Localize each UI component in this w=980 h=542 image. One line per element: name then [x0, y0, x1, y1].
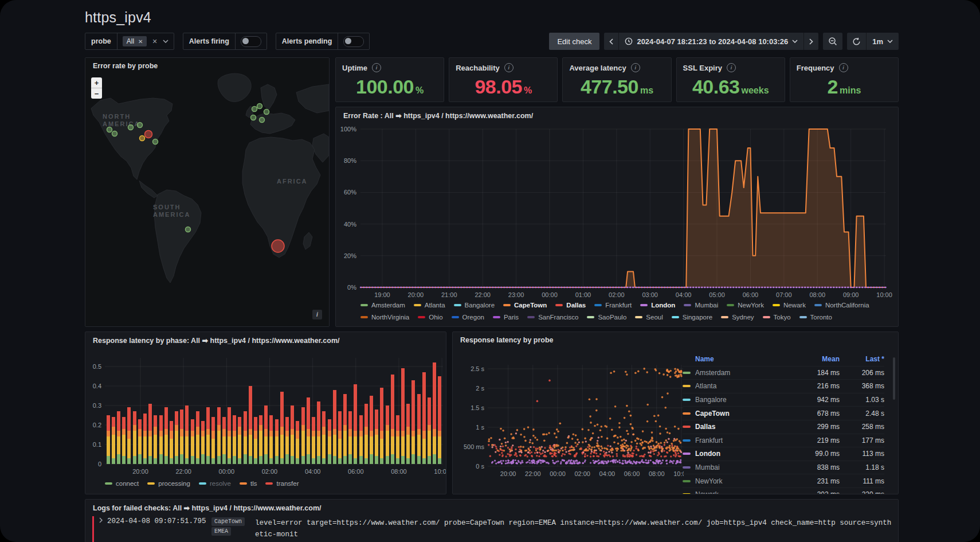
latency-by-probe-chart[interactable]: 0 s500 ms1 s1.5 s2 s2.5 s20:0022:0000:00…: [453, 332, 688, 494]
zoom-out-button[interactable]: [823, 33, 842, 50]
legend-swatch: [683, 385, 691, 387]
legend-item-transfer[interactable]: transfer: [265, 480, 299, 487]
legend-item-connect[interactable]: connect: [105, 480, 139, 487]
probe-marker[interactable]: [264, 110, 269, 115]
legend-item-tokyo[interactable]: Tokyo: [763, 314, 791, 321]
world-map[interactable]: NORTHAMERICASOUTHAMERICAAFRICA: [85, 58, 329, 326]
column-header-last[interactable]: Last *: [840, 355, 884, 363]
error-chart-legend-row-1: AmsterdamAtlantaBangaloreCapeTownDallasF…: [360, 302, 869, 309]
legend-item-capetown[interactable]: CapeTown: [503, 302, 547, 309]
probe-marker[interactable]: [260, 118, 265, 123]
probe-marker[interactable]: [251, 115, 256, 120]
alerts-pending-toggle[interactable]: [343, 36, 364, 47]
legend-item-oregon[interactable]: Oregon: [452, 314, 484, 321]
table-row-atlanta[interactable]: Atlanta216 ms368 ms: [683, 379, 884, 393]
probe-marker[interactable]: [140, 136, 145, 141]
table-scrollbar[interactable]: [893, 357, 895, 400]
log-expand-icon[interactable]: [99, 517, 103, 523]
table-row-newark[interactable]: Newark302 ms220 ms: [683, 488, 884, 494]
legend-item-paris[interactable]: Paris: [493, 314, 519, 321]
table-header: NameMeanLast *: [683, 353, 884, 366]
column-header-mean[interactable]: Mean: [797, 355, 840, 363]
probe-marker[interactable]: [112, 131, 117, 137]
refresh-interval-dropdown[interactable]: 1m: [867, 33, 899, 50]
info-icon[interactable]: i: [839, 63, 848, 72]
probe-marker[interactable]: [128, 125, 134, 130]
latency-by-phase-chart[interactable]: 00.10.20.30.40.520:0022:0000:0002:0004:0…: [85, 332, 446, 477]
svg-text:06:00: 06:00: [624, 470, 640, 477]
legend-item-northcalifornia[interactable]: NorthCalifornia: [814, 302, 869, 309]
legend-item-sydney[interactable]: Sydney: [721, 314, 754, 321]
probe-marker[interactable]: [153, 139, 158, 145]
stat-panel-frequency: Frequencyi2mins: [790, 57, 899, 102]
stat-title: Average latencyi: [569, 63, 640, 72]
legend-item-resolve[interactable]: resolve: [199, 480, 231, 487]
svg-text:22:00: 22:00: [475, 291, 491, 298]
alerts-firing-toggle[interactable]: [241, 36, 261, 47]
table-row-amsterdam[interactable]: Amsterdam184 ms206 ms: [683, 366, 884, 380]
svg-text:00:00: 00:00: [219, 468, 235, 475]
chip-remove-icon[interactable]: ✕: [138, 38, 143, 45]
legend-swatch: [454, 304, 461, 306]
probe-marker[interactable]: [272, 240, 284, 252]
probe-chip[interactable]: All✕: [123, 36, 147, 46]
legend-item-newark[interactable]: Newark: [773, 302, 806, 309]
legend-item-seoul[interactable]: Seoul: [635, 314, 663, 321]
table-row-london[interactable]: London99.0 ms113 ms: [683, 447, 884, 461]
legend-item-frankfurt[interactable]: Frankfurt: [594, 302, 632, 309]
legend-item-processing[interactable]: processing: [147, 480, 190, 487]
legend-item-tls[interactable]: tls: [240, 480, 257, 487]
log-row[interactable]: 2024-04-08 09:07:51.795 CapeTownEMEA lev…: [92, 516, 892, 542]
legend-swatch: [683, 493, 691, 494]
refresh-button[interactable]: [847, 33, 867, 50]
legend-swatch: [360, 316, 368, 318]
error-rate-chart[interactable]: 0%20%40%60%80%100%19:0020:0021:0022:0023…: [336, 107, 898, 302]
info-icon[interactable]: i: [372, 63, 381, 72]
probe-marker[interactable]: [145, 131, 152, 138]
time-range-picker[interactable]: 2024-04-07 18:21:23 to 2024-04-08 10:03:…: [619, 33, 804, 50]
svg-text:02:00: 02:00: [574, 470, 590, 477]
chevron-down-icon[interactable]: [163, 40, 168, 43]
time-shift-forward-button[interactable]: [804, 33, 818, 50]
legend-item-newyork[interactable]: NewYork: [727, 302, 764, 309]
edit-check-button[interactable]: Edit check: [549, 33, 599, 50]
legend-item-atlanta[interactable]: Atlanta: [414, 302, 445, 309]
svg-text:08:00: 08:00: [809, 291, 825, 298]
legend-swatch: [418, 316, 425, 318]
legend-item-toronto[interactable]: Toronto: [799, 314, 832, 321]
map-attribution-button[interactable]: i: [312, 310, 322, 319]
table-row-bangalore[interactable]: Bangalore942 ms1.03 s: [683, 393, 884, 407]
table-row-mumbai[interactable]: Mumbai838 ms1.18 s: [683, 461, 884, 474]
table-row-newyork[interactable]: NewYork231 ms111 ms: [683, 474, 884, 488]
legend-item-dallas[interactable]: Dallas: [555, 302, 586, 309]
table-row-dallas[interactable]: Dallas299 ms258 ms: [683, 420, 884, 434]
legend-item-bangalore[interactable]: Bangalore: [454, 302, 495, 309]
probe-marker[interactable]: [257, 104, 262, 109]
svg-text:06:00: 06:00: [348, 468, 364, 475]
log-badge-emea: EMEA: [211, 527, 231, 536]
clear-selection-icon[interactable]: ✕: [152, 38, 157, 45]
probe-filter-value[interactable]: All✕ ✕: [117, 33, 174, 49]
time-shift-back-button[interactable]: [604, 33, 619, 50]
legend-item-mumbai[interactable]: Mumbai: [684, 302, 718, 309]
legend-item-london[interactable]: London: [640, 302, 675, 309]
probe-marker[interactable]: [252, 107, 257, 112]
legend-item-sanfrancisco[interactable]: SanFrancisco: [527, 314, 578, 321]
table-row-capetown[interactable]: CapeTown678 ms2.48 s: [683, 406, 884, 420]
map-zoom-out-button[interactable]: −: [91, 88, 102, 99]
legend-item-ohio[interactable]: Ohio: [418, 314, 442, 321]
legend-item-northvirginia[interactable]: NorthVirginia: [360, 314, 409, 321]
column-header-name[interactable]: Name: [695, 355, 797, 363]
table-row-frankfurt[interactable]: Frankfurt219 ms177 ms: [683, 434, 884, 447]
probe-marker[interactable]: [138, 123, 143, 128]
info-icon[interactable]: i: [727, 63, 736, 72]
info-icon[interactable]: i: [504, 63, 513, 72]
map-zoom-in-button[interactable]: +: [91, 77, 102, 88]
legend-item-saopaulo[interactable]: SaoPaulo: [587, 314, 626, 321]
legend-item-singapore[interactable]: Singapore: [672, 314, 712, 321]
probe-marker[interactable]: [107, 127, 112, 132]
page-title: https_ipv4: [85, 9, 151, 26]
info-icon[interactable]: i: [631, 63, 640, 72]
legend-item-amsterdam[interactable]: Amsterdam: [360, 302, 405, 309]
probe-marker[interactable]: [186, 227, 191, 232]
